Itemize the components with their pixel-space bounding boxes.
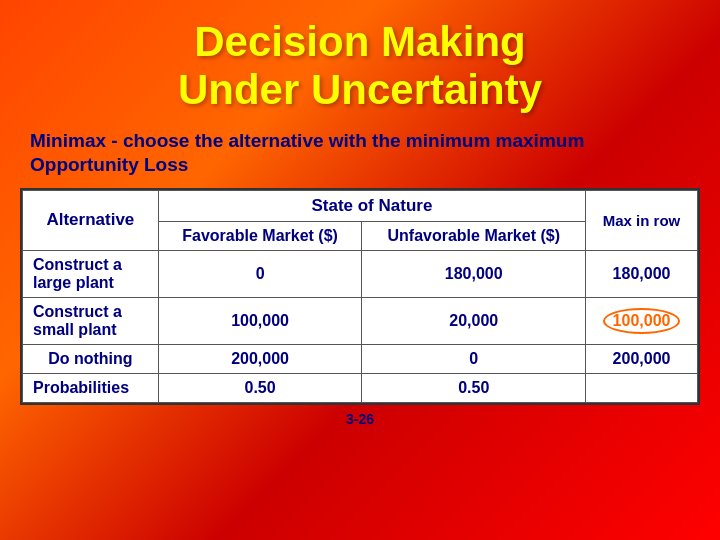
max-in-row-header: Max in row <box>586 190 698 250</box>
decision-table-container: Alternative State of Nature Max in row F… <box>20 188 700 405</box>
unfavorable-header: Unfavorable Market ($) <box>362 221 586 250</box>
row3-unfavorable: 0 <box>362 344 586 373</box>
row3-max: 200,000 <box>586 344 698 373</box>
row4-max <box>586 373 698 402</box>
row1-max: 180,000 <box>586 250 698 297</box>
row2-max: 100,000 <box>586 297 698 344</box>
table-row: Construct asmall plant 100,000 20,000 10… <box>23 297 698 344</box>
table-row: Probabilities 0.50 0.50 <box>23 373 698 402</box>
row3-alternative: Do nothing <box>23 344 159 373</box>
row2-alternative: Construct asmall plant <box>23 297 159 344</box>
row3-favorable: 200,000 <box>158 344 362 373</box>
row1-alternative: Construct alarge plant <box>23 250 159 297</box>
row1-favorable: 0 <box>158 250 362 297</box>
row2-unfavorable: 20,000 <box>362 297 586 344</box>
table-row: Construct alarge plant 0 180,000 180,000 <box>23 250 698 297</box>
title-section: Decision Making Under Uncertainty <box>158 0 562 123</box>
favorable-header: Favorable Market ($) <box>158 221 362 250</box>
table-row: Do nothing 200,000 0 200,000 <box>23 344 698 373</box>
row4-favorable: 0.50 <box>158 373 362 402</box>
title-line2: Under Uncertainty <box>178 66 542 113</box>
alternative-header: Alternative <box>23 190 159 250</box>
state-of-nature-header: State of Nature <box>158 190 585 221</box>
main-title: Decision Making Under Uncertainty <box>178 18 542 115</box>
decision-table: Alternative State of Nature Max in row F… <box>22 190 698 403</box>
subtitle: Minimax - choose the alternative with th… <box>0 129 720 178</box>
row1-unfavorable: 180,000 <box>362 250 586 297</box>
title-line1: Decision Making <box>194 18 525 65</box>
circled-value: 100,000 <box>603 308 681 334</box>
row4-unfavorable: 0.50 <box>362 373 586 402</box>
page-number: 3-26 <box>346 411 374 427</box>
row2-favorable: 100,000 <box>158 297 362 344</box>
table-header-row1: Alternative State of Nature Max in row <box>23 190 698 221</box>
row4-alternative: Probabilities <box>23 373 159 402</box>
